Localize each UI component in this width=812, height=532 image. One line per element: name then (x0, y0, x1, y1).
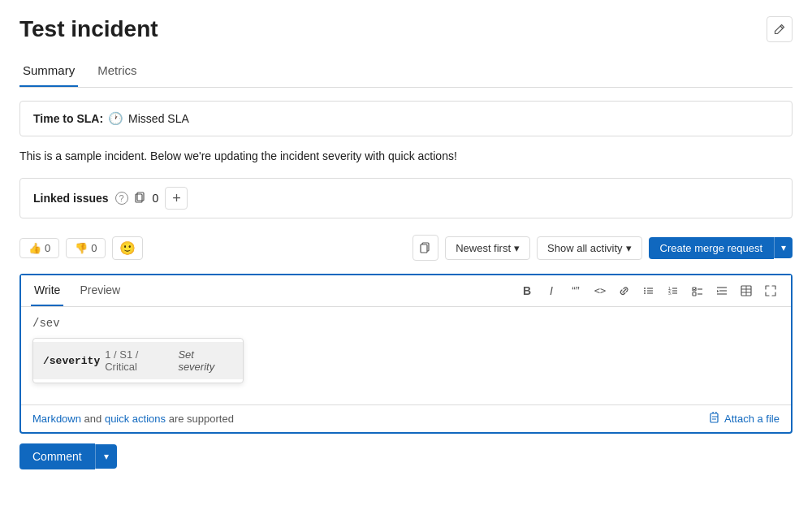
thumbs-down-count: 0 (91, 242, 97, 254)
autocomplete-description: Set severity (178, 348, 233, 373)
tab-summary[interactable]: Summary (19, 55, 78, 87)
linked-issues-count: 0 (153, 192, 159, 205)
quick-actions-link[interactable]: quick actions (105, 413, 166, 425)
table-icon (741, 285, 752, 296)
footer-supported-text: are supported (169, 413, 234, 425)
comment-button-group: Comment (19, 443, 793, 469)
attach-file-icon (710, 412, 721, 423)
create-merge-request-group: Create merge request (649, 237, 793, 259)
editor-toolbar: B I “” <> 1. (516, 280, 781, 301)
page-header: Test incident (19, 16, 793, 42)
link-button[interactable] (614, 280, 635, 301)
task-icon (692, 285, 703, 296)
markdown-link[interactable]: Markdown (32, 413, 81, 425)
comment-chevron-icon (104, 451, 109, 462)
linked-issues-box: Linked issues ? 0 + (19, 178, 793, 218)
attach-file-button[interactable]: Attach a file (710, 412, 780, 426)
page-title: Test incident (19, 16, 158, 42)
editor-footer-text: Markdown and quick actions are supported (32, 413, 234, 425)
fullscreen-icon (765, 285, 776, 296)
code-button[interactable]: <> (590, 280, 611, 301)
italic-button[interactable]: I (541, 280, 562, 301)
sla-value: Missed SLA (128, 112, 189, 125)
quote-button[interactable]: “” (565, 280, 586, 301)
incident-description: This is a sample incident. Below we're u… (19, 148, 793, 165)
linked-issues-help-icon[interactable]: ? (115, 192, 128, 205)
editor-body[interactable]: /sev /severity 1 / S1 / Critical Set sev… (21, 307, 791, 404)
editor-preview-tab[interactable]: Preview (76, 275, 123, 306)
unordered-list-button[interactable] (638, 280, 659, 301)
ordered-list-button[interactable]: 1. 2. 3. (663, 280, 684, 301)
create-merge-request-dropdown[interactable] (774, 237, 793, 258)
thumbs-up-count: 0 (45, 242, 50, 254)
editor-footer: Markdown and quick actions are supported… (21, 404, 791, 432)
svg-rect-3 (421, 244, 427, 253)
edit-icon (774, 24, 785, 35)
comment-editor: Write Preview B I “” <> (19, 274, 793, 434)
show-all-activity-label: Show all activity (547, 242, 622, 254)
create-merge-chevron-icon (781, 242, 786, 253)
comment-button[interactable]: Comment (19, 443, 95, 469)
table-button[interactable] (736, 280, 757, 301)
autocomplete-item[interactable]: /severity 1 / S1 / Critical Set severity (33, 342, 243, 379)
thumbs-down-button[interactable]: 👎 0 (66, 238, 106, 258)
autocomplete-command: /severity (43, 355, 100, 367)
autocomplete-dropdown: /severity 1 / S1 / Critical Set severity (32, 338, 244, 383)
create-merge-request-button[interactable]: Create merge request (649, 237, 774, 259)
newest-first-label: Newest first (456, 242, 511, 254)
comment-dropdown-button[interactable] (95, 444, 117, 469)
sla-clock-icon: 🕐 (108, 111, 123, 126)
editor-write-tab[interactable]: Write (31, 275, 63, 306)
svg-point-8 (644, 292, 646, 294)
svg-rect-18 (693, 292, 696, 296)
newest-first-dropdown[interactable]: Newest first (445, 236, 530, 260)
add-linked-issue-button[interactable]: + (165, 187, 188, 210)
fullscreen-button[interactable] (760, 280, 781, 301)
show-all-activity-chevron-icon (626, 242, 632, 254)
link-icon (619, 285, 630, 296)
edit-title-button[interactable] (767, 16, 793, 42)
thumbs-up-emoji: 👍 (28, 242, 41, 254)
editor-content: /sev (32, 317, 780, 330)
sla-box: Time to SLA: 🕐 Missed SLA (19, 101, 793, 136)
indent-button[interactable] (711, 280, 732, 301)
main-tabs: Summary Metrics (19, 55, 793, 88)
tab-metrics[interactable]: Metrics (94, 55, 140, 87)
editor-tabs-bar: Write Preview B I “” <> (21, 275, 791, 307)
thumbs-down-emoji: 👎 (75, 242, 88, 254)
svg-rect-27 (710, 413, 718, 422)
thumbs-up-button[interactable]: 👍 0 (19, 238, 59, 258)
ul-icon (643, 285, 654, 296)
svg-text:3.: 3. (668, 291, 672, 296)
indent-icon (716, 285, 728, 296)
ol-icon: 1. 2. 3. (667, 285, 679, 296)
task-list-button[interactable] (687, 280, 708, 301)
linked-issues-label: Linked issues (33, 192, 109, 205)
autocomplete-hint: 1 / S1 / Critical (105, 348, 173, 373)
copy-icon (420, 242, 431, 253)
copy-issues-icon (135, 192, 146, 205)
sla-prefix: Time to SLA: (33, 112, 103, 125)
action-bar: 👍 0 👎 0 🙂 Newest first Show all activity… (19, 235, 793, 261)
newest-first-chevron-icon (514, 242, 520, 254)
attach-file-label: Attach a file (724, 413, 780, 425)
attach-icon (710, 412, 721, 426)
add-emoji-button[interactable]: 🙂 (112, 236, 143, 260)
copy-button[interactable] (412, 235, 438, 261)
svg-point-4 (644, 288, 646, 289)
svg-point-6 (644, 290, 646, 292)
bold-button[interactable]: B (516, 280, 538, 301)
show-all-activity-dropdown[interactable]: Show all activity (537, 236, 641, 260)
